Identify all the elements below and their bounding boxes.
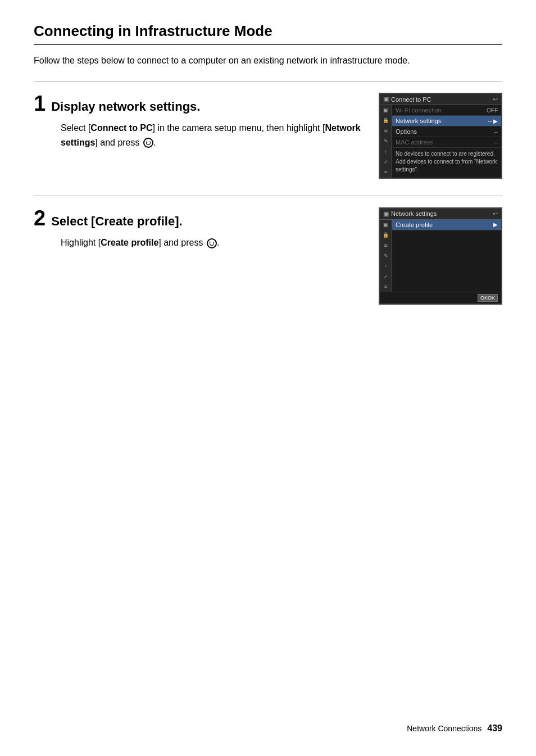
- footer-section-label: Network Connections: [407, 724, 482, 733]
- camera-screen-2: ▣ Network settings ↩ ▣ 🔒 ≋ ✎ ↑ ✓ ≡: [379, 207, 502, 305]
- screen-2-sidebar: ▣ 🔒 ≋ ✎ ↑ ✓ ≡: [380, 220, 392, 292]
- sidebar-2-icon-6: ✓: [384, 273, 388, 280]
- step-1-section: 1 Display network settings. Select [Conn…: [34, 81, 502, 179]
- menu-item-options-label: Options: [396, 128, 417, 135]
- screen-1-header: ▣ Connect to PC ↩: [380, 94, 501, 105]
- sidebar-icon-4: ✎: [384, 137, 388, 145]
- menu-item-options: Options --: [392, 126, 501, 137]
- step-2-section: 2 Select [Create profile]. Highlight [Cr…: [34, 196, 502, 305]
- step-1-left: 1 Display network settings. Select [Conn…: [34, 93, 379, 150]
- screen-2-icon: ▣: [383, 210, 389, 218]
- screen-1-icon: ▣: [383, 96, 389, 103]
- screen-2-empty-space: [392, 230, 501, 275]
- menu-item-create-profile-arrow: ▶: [493, 221, 498, 228]
- sidebar-2-icon-2: 🔒: [383, 231, 389, 239]
- page-content: Connecting in Infrastructure Mode Follow…: [0, 0, 536, 366]
- screen-2-items: Create profile ▶: [392, 220, 501, 292]
- screen-1-back: ↩: [493, 96, 498, 103]
- screen-1-sidebar: ▣ 🔒 ≋ ✎ ↑ ✓ ≡: [380, 105, 392, 178]
- sidebar-icon-7: ≡: [384, 168, 387, 176]
- screen-1-note: No devices to connect to are registered.…: [392, 148, 501, 176]
- ok-button: OKOK: [478, 294, 498, 302]
- menu-item-wifi: Wi-Fi connection OFF: [392, 105, 501, 116]
- step-2-body: Highlight [Create profile] and press .: [34, 236, 362, 250]
- menu-item-mac-value: --: [494, 139, 498, 146]
- step-2-header: 2 Select [Create profile].: [34, 207, 362, 229]
- step-1-screen: ▣ Connect to PC ↩ ▣ 🔒 ≋ ✎ ↑ ✓ ≡: [379, 93, 502, 179]
- menu-item-network: Network settings -- ▶: [392, 116, 501, 126]
- footer-right: Network Connections 439: [407, 723, 502, 734]
- screen-2-back: ↩: [493, 210, 498, 218]
- screen-1-title: Connect to PC: [389, 96, 493, 103]
- menu-item-wifi-value: OFF: [487, 107, 498, 114]
- sidebar-icon-2: 🔒: [383, 116, 389, 124]
- step-1-bold-1: Connect to PC: [90, 123, 152, 133]
- sidebar-icon-1: ▣: [383, 106, 388, 114]
- sidebar-2-icon-4: ✎: [384, 252, 388, 260]
- menu-item-mac: MAC address --: [392, 137, 501, 148]
- page-title: Connecting in Infrastructure Mode: [34, 22, 502, 45]
- intro-text: Follow the steps below to connect to a c…: [34, 54, 502, 67]
- menu-item-network-value: -- ▶: [488, 118, 498, 124]
- step-2-bold-1: Create profile: [101, 238, 158, 247]
- sidebar-icon-5: ↑: [384, 148, 387, 156]
- step-2-screen: ▣ Network settings ↩ ▣ 🔒 ≋ ✎ ↑ ✓ ≡: [379, 207, 502, 305]
- sidebar-2-icon-1: ▣: [383, 221, 388, 229]
- menu-item-wifi-label: Wi-Fi connection: [396, 107, 442, 114]
- screen-1-items: Wi-Fi connection OFF Network settings --…: [392, 105, 501, 178]
- screen-2-footer: OKOK: [380, 292, 501, 304]
- screen-2-title: Network settings: [389, 210, 493, 217]
- camera-screen-1: ▣ Connect to PC ↩ ▣ 🔒 ≋ ✎ ↑ ✓ ≡: [379, 93, 502, 179]
- footer-page-number: 439: [487, 723, 502, 734]
- screen-2-menu: ▣ 🔒 ≋ ✎ ↑ ✓ ≡ Create profile ▶: [380, 220, 501, 292]
- step-1-title: Display network settings.: [51, 99, 200, 114]
- menu-item-create-profile: Create profile ▶: [392, 220, 501, 230]
- step-2-number: 2: [34, 207, 46, 229]
- sidebar-icon-3: ≋: [384, 127, 388, 135]
- step-1-body: Select [Connect to PC] in the camera set…: [34, 121, 362, 150]
- step-1-header: 1 Display network settings.: [34, 93, 362, 114]
- menu-item-mac-label: MAC address: [396, 139, 433, 146]
- step-2-title: Select [Create profile].: [51, 214, 183, 229]
- menu-item-network-label: Network settings: [396, 117, 441, 124]
- screen-1-menu: ▣ 🔒 ≋ ✎ ↑ ✓ ≡ Wi-Fi connection OFF: [380, 105, 501, 178]
- sidebar-icon-6: ✓: [384, 158, 388, 166]
- screen-2-header: ▣ Network settings ↩: [380, 209, 501, 220]
- sidebar-2-icon-7: ≡: [384, 283, 387, 291]
- ok-circle-2: [207, 238, 217, 248]
- sidebar-2-icon-5: ↑: [384, 262, 387, 270]
- step-2-left: 2 Select [Create profile]. Highlight [Cr…: [34, 207, 379, 250]
- ok-circle-1: [143, 138, 153, 148]
- menu-item-create-profile-label: Create profile: [396, 221, 433, 228]
- step-1-number: 1: [34, 93, 46, 114]
- page-footer: Network Connections 439: [407, 723, 502, 734]
- menu-item-options-value: --: [494, 129, 498, 135]
- sidebar-2-icon-3: ≋: [384, 242, 388, 250]
